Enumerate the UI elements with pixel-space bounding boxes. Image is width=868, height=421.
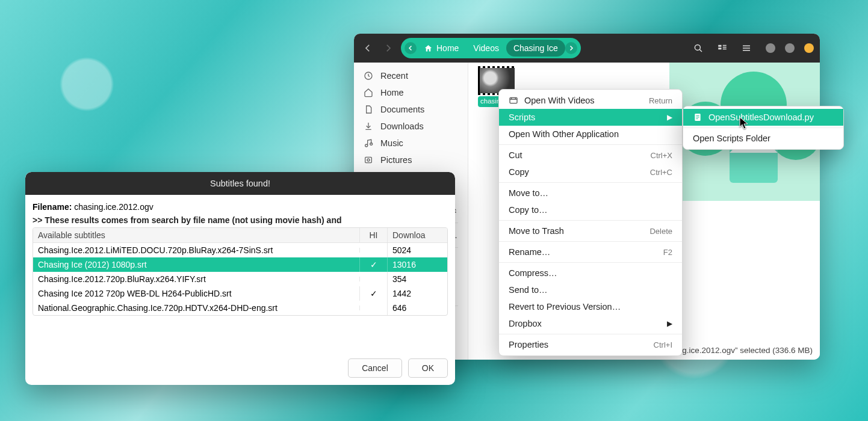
breadcrumb-videos[interactable]: Videos: [466, 43, 506, 53]
search-button[interactable]: [689, 38, 708, 58]
ctx-move-to-trash[interactable]: Move to TrashDelete: [499, 223, 682, 239]
table-row[interactable]: Chasing.Ice.2012.720p.BluRay.x264.YIFY.s…: [33, 272, 447, 286]
cell-hi: [359, 277, 387, 281]
ctx-label: Open With Other Application: [509, 129, 619, 139]
sidebar-item-downloads[interactable]: Downloads: [354, 118, 468, 135]
breadcrumb-current[interactable]: Chasing Ice: [506, 40, 565, 57]
context-menu: Open With Videos Return Scripts ▶ Open W…: [498, 89, 683, 356]
subtitles-dialog: Subtitles found! Filename: chasing.ice.2…: [25, 172, 455, 385]
col-downloads-header[interactable]: Downloa: [387, 228, 447, 242]
ctx-label: Move to Trash: [509, 226, 564, 236]
submenu-open-scripts-folder[interactable]: Open Scripts Folder: [683, 130, 843, 147]
cell-downloads: 646: [387, 301, 447, 315]
table-row[interactable]: National.Geographic.Chasing.Ice.720p.HDT…: [33, 301, 447, 315]
svg-rect-30: [696, 117, 699, 117]
dialog-footer: Cancel OK: [25, 351, 455, 385]
sidebar-item-recent[interactable]: Recent: [354, 67, 468, 84]
ctx-send-to[interactable]: Send to…: [499, 281, 682, 298]
files-headerbar: Home Videos Chasing Ice: [354, 34, 820, 63]
sidebar-item-music[interactable]: Music: [354, 135, 468, 152]
breadcrumb-videos-label: Videos: [473, 43, 499, 53]
ctx-label: Scripts: [509, 112, 535, 122]
submenu-arrow-icon: ▶: [667, 113, 672, 121]
ctx-revert[interactable]: Revert to Previous Version…: [499, 298, 682, 315]
dialog-title: Subtitles found!: [25, 172, 455, 195]
nav-forward-button[interactable]: [380, 40, 396, 56]
window-close-button[interactable]: [804, 43, 814, 53]
ctx-compress[interactable]: Compress…: [499, 265, 682, 281]
cell-name: Chasing.Ice.2012.LiMiTED.DOCU.720p.BluRa…: [33, 243, 359, 257]
col-hi-header[interactable]: HI: [359, 228, 387, 242]
nav-back-button[interactable]: [360, 40, 376, 56]
ctx-label: Move to…: [509, 188, 548, 198]
ctx-shortcut: F2: [663, 248, 672, 257]
ctx-separator: [499, 144, 682, 145]
ctx-properties[interactable]: PropertiesCtrl+I: [499, 336, 682, 353]
ctx-cut[interactable]: CutCtrl+X: [499, 147, 682, 164]
ctx-open-with-videos[interactable]: Open With Videos Return: [499, 92, 682, 109]
ctx-separator: [499, 241, 682, 242]
svg-rect-27: [510, 97, 517, 103]
breadcrumb-home[interactable]: Home: [417, 43, 466, 53]
svg-rect-2: [718, 45, 721, 47]
svg-rect-6: [723, 49, 727, 50]
filename-value: chasing.ice.2012.ogv: [74, 202, 153, 212]
submenu-label: OpenSubtitlesDownload.py: [708, 112, 814, 122]
path-scroll-right-button[interactable]: [565, 42, 577, 54]
cancel-button[interactable]: Cancel: [348, 358, 402, 378]
ctx-copy-to[interactable]: Copy to…: [499, 201, 682, 218]
ctx-separator: [683, 128, 843, 128]
ctx-open-with-other[interactable]: Open With Other Application: [499, 126, 682, 143]
sidebar-item-home[interactable]: Home: [354, 84, 468, 101]
path-scroll-left-button[interactable]: [405, 42, 417, 54]
sidebar-label: Music: [380, 138, 403, 148]
breadcrumb-home-label: Home: [436, 43, 459, 53]
cell-downloads: 1442: [387, 286, 447, 301]
ctx-scripts[interactable]: Scripts ▶: [499, 109, 682, 126]
svg-rect-13: [365, 157, 372, 162]
view-toggle-button[interactable]: [713, 38, 732, 58]
table-row[interactable]: Chasing Ice 2012 720p WEB-DL H264-Public…: [33, 286, 447, 301]
ctx-copy[interactable]: CopyCtrl+C: [499, 164, 682, 180]
table-header-row: Available subtitles HI Downloa: [33, 228, 447, 243]
ctx-label: Rename…: [509, 247, 550, 257]
ctx-shortcut: Ctrl+X: [651, 151, 672, 160]
svg-line-1: [699, 49, 702, 52]
window-maximize-button[interactable]: [785, 43, 795, 53]
ctx-shortcut: Return: [649, 96, 672, 105]
script-file-icon: [693, 112, 702, 122]
ctx-rename[interactable]: Rename…F2: [499, 244, 682, 260]
svg-rect-29: [696, 115, 699, 116]
ctx-separator: [499, 262, 682, 263]
sidebar-label: Home: [380, 88, 404, 97]
cell-downloads: 13016: [387, 257, 447, 272]
path-bar: Home Videos Chasing Ice: [401, 38, 581, 58]
sidebar-label: Downloads: [380, 121, 424, 131]
cell-hi: ✓: [359, 257, 387, 272]
cell-name: Chasing Ice 2012 720p WEB-DL H264-Public…: [33, 286, 359, 301]
sidebar-label: Pictures: [380, 155, 412, 165]
col-name-header[interactable]: Available subtitles: [33, 228, 359, 242]
ctx-move-to[interactable]: Move to…: [499, 185, 682, 201]
window-minimize-button[interactable]: [766, 43, 775, 53]
sidebar-label: Recent: [380, 71, 408, 81]
sidebar-item-pictures[interactable]: Pictures: [354, 152, 468, 168]
ok-button[interactable]: OK: [408, 358, 448, 378]
submenu-script-item[interactable]: OpenSubtitlesDownload.py: [683, 109, 843, 126]
scripts-submenu: OpenSubtitlesDownload.py Open Scripts Fo…: [683, 106, 844, 150]
cell-name: Chasing Ice (2012) 1080p.srt: [33, 257, 359, 272]
svg-rect-3: [718, 48, 721, 49]
ctx-label: Copy to…: [509, 205, 547, 215]
ctx-label: Revert to Previous Version…: [509, 302, 621, 312]
ctx-separator: [499, 220, 682, 221]
sidebar-item-documents[interactable]: Documents: [354, 101, 468, 118]
table-row[interactable]: Chasing.Ice.2012.LiMiTED.DOCU.720p.BluRa…: [33, 243, 447, 257]
ctx-dropbox[interactable]: Dropbox▶: [499, 315, 682, 332]
ctx-shortcut: Delete: [649, 227, 672, 236]
ctx-label: Cut: [509, 150, 522, 160]
cell-name: National.Geographic.Chasing.Ice.720p.HDT…: [33, 301, 359, 315]
svg-point-14: [367, 159, 370, 161]
table-row[interactable]: Chasing Ice (2012) 1080p.srt✓13016: [33, 257, 447, 272]
cell-hi: [359, 306, 387, 310]
hamburger-menu-button[interactable]: [737, 38, 756, 58]
